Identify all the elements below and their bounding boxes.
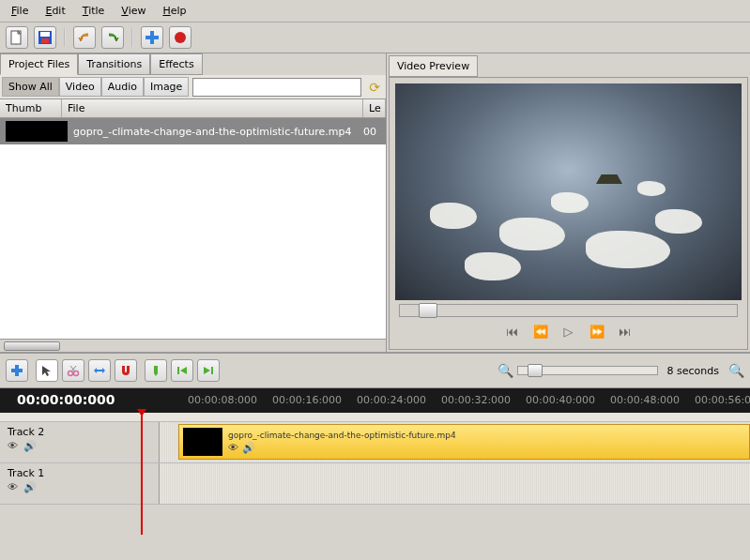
marker-prev-button[interactable] (171, 359, 193, 382)
clip-title: gopro_-climate-change-and-the-optimistic… (228, 431, 456, 440)
track-2[interactable]: Track 2 👁🔊 gopro_-climate-change-and-the… (0, 422, 750, 463)
svg-marker-10 (42, 366, 51, 376)
add-button[interactable] (141, 26, 163, 49)
visibility-icon[interactable]: 👁 (228, 442, 238, 454)
svg-rect-3 (40, 32, 50, 37)
svg-marker-18 (180, 367, 187, 374)
record-button[interactable] (169, 26, 191, 49)
file-row[interactable]: gopro_-climate-change-and-the-optimistic… (0, 118, 386, 144)
pointer-tool[interactable] (36, 359, 58, 382)
new-file-button[interactable] (6, 26, 28, 49)
tab-transitions[interactable]: Transitions (78, 53, 150, 75)
video-clip[interactable]: gopro_-climate-change-and-the-optimistic… (178, 424, 750, 460)
visibility-icon[interactable]: 👁 (8, 481, 18, 493)
menu-title[interactable]: Title (75, 2, 113, 20)
svg-point-7 (175, 32, 186, 43)
svg-point-11 (69, 371, 73, 376)
skip-end-button[interactable]: ⏭ (615, 323, 635, 340)
search-input[interactable] (192, 78, 361, 97)
file-list[interactable]: gopro_-climate-change-and-the-optimistic… (0, 118, 386, 339)
rewind-button[interactable]: ⏪ (530, 323, 551, 340)
main-toolbar (0, 23, 750, 53)
audio-icon[interactable]: 🔊 (242, 442, 255, 454)
zoom-label: 8 seconds (662, 365, 725, 377)
track-1[interactable]: Track 1 👁🔊 (0, 463, 750, 505)
col-file[interactable]: File (62, 99, 363, 117)
redo-button[interactable] (101, 26, 124, 49)
svg-marker-16 (154, 373, 158, 376)
svg-rect-4 (41, 38, 49, 43)
save-button[interactable] (34, 26, 56, 49)
svg-rect-17 (177, 367, 179, 374)
marker-add-button[interactable] (145, 359, 167, 382)
project-panel: Project Files Transitions Effects Show A… (0, 53, 387, 352)
svg-point-12 (74, 371, 79, 376)
visibility-icon[interactable]: 👁 (8, 440, 18, 452)
timecode: 00:00:00:000 (17, 392, 115, 407)
marker-next-button[interactable] (197, 359, 220, 382)
playhead[interactable] (141, 413, 143, 535)
svg-rect-9 (11, 369, 23, 372)
refresh-icon[interactable]: ⟳ (365, 80, 384, 95)
file-name: gopro_-climate-change-and-the-optimistic… (73, 126, 363, 138)
toolbar-separator (64, 28, 66, 47)
svg-marker-20 (204, 367, 210, 374)
video-preview[interactable] (395, 83, 742, 300)
undo-button[interactable] (73, 26, 96, 49)
menu-help[interactable]: Help (155, 2, 193, 20)
clip-thumbnail (183, 428, 222, 456)
menu-view[interactable]: View (114, 2, 153, 20)
file-list-header: Thumb File Le (0, 99, 386, 118)
add-track-button[interactable] (6, 359, 28, 382)
file-length: 00 (363, 126, 386, 138)
track-header[interactable]: Track 1 👁🔊 (0, 463, 160, 504)
svg-rect-15 (154, 366, 158, 373)
svg-rect-6 (145, 36, 159, 39)
menu-bar: FFileile Edit Title View Help (0, 0, 750, 23)
filter-audio[interactable]: Audio (101, 77, 144, 97)
filter-show-all[interactable]: Show All (2, 77, 59, 97)
timeline-ruler[interactable]: 00:00:00:000 00:00:08:000 00:00:16:000 0… (0, 388, 750, 413)
snap-tool[interactable] (115, 359, 137, 382)
zoom-in-icon[interactable]: 🔍 (728, 363, 744, 378)
forward-button[interactable]: ⏩ (587, 323, 607, 340)
menu-edit[interactable]: Edit (38, 2, 72, 20)
file-thumbnail (6, 121, 68, 142)
tab-project-files[interactable]: Project Files (0, 53, 78, 75)
audio-icon[interactable]: 🔊 (23, 481, 37, 493)
skip-start-button[interactable]: ⏮ (502, 323, 523, 340)
audio-icon[interactable]: 🔊 (23, 440, 37, 452)
preview-panel: Video Preview ⏮ ⏪ ▷ (387, 53, 750, 352)
toolbar-separator (131, 28, 133, 47)
ship-icon (596, 174, 622, 184)
tab-video-preview[interactable]: Video Preview (389, 55, 478, 77)
timeline-tracks: Track 2 👁🔊 gopro_-climate-change-and-the… (0, 413, 750, 505)
menu-file[interactable]: FFileile (4, 2, 36, 20)
filter-video[interactable]: Video (59, 77, 101, 97)
zoom-out-icon[interactable]: 🔍 (497, 363, 513, 378)
timeline-toolbar: 🔍 8 seconds 🔍 (0, 352, 750, 388)
cut-tool[interactable] (62, 359, 84, 382)
filter-image[interactable]: Image (144, 77, 189, 97)
playback-slider[interactable] (399, 304, 738, 317)
tab-effects[interactable]: Effects (150, 53, 202, 75)
resize-tool[interactable] (88, 359, 111, 382)
track-header[interactable]: Track 2 👁🔊 (0, 422, 160, 462)
zoom-slider[interactable] (517, 366, 658, 375)
col-thumb[interactable]: Thumb (0, 99, 62, 117)
svg-rect-19 (211, 367, 213, 374)
h-scrollbar[interactable] (0, 339, 386, 352)
col-length[interactable]: Le (363, 99, 386, 117)
play-button[interactable]: ▷ (559, 323, 579, 340)
